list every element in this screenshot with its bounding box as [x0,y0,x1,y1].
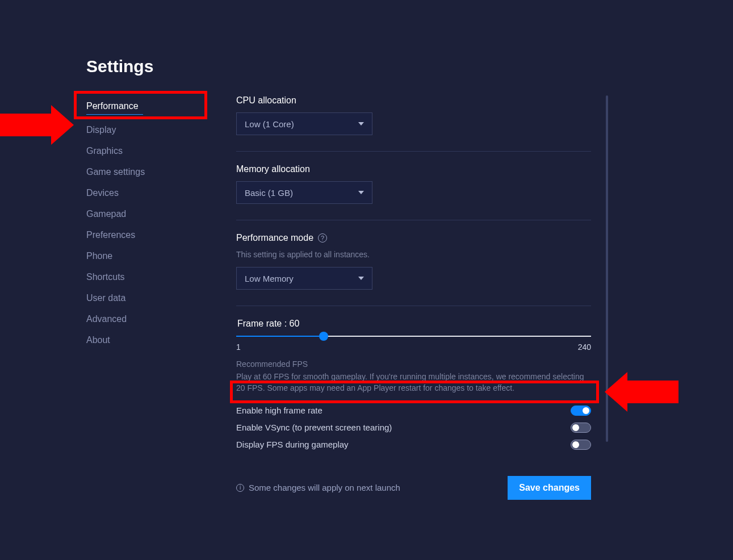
chevron-down-icon [358,191,364,194]
sidebar-item-label: Game settings [86,167,145,177]
info-icon: i [236,484,244,492]
sidebar-item-performance[interactable]: Performance [86,95,206,119]
toggle-row-vsync: Enable VSync (to prevent screen tearing) [236,419,591,436]
settings-sidebar: Performance Display Graphics Game settin… [86,95,206,350]
sidebar-item-devices[interactable]: Devices [86,182,206,203]
divider [236,306,591,306]
select-value: Low Memory [245,274,294,283]
select-value: Basic (1 GB) [245,188,293,198]
chevron-down-icon [358,277,364,280]
sidebar-item-label: Devices [86,188,119,198]
sidebar-item-label: Preferences [86,230,135,240]
sidebar-item-advanced[interactable]: Advanced [86,308,206,329]
sidebar-item-gamepad[interactable]: Gamepad [86,203,206,224]
sidebar-item-user-data[interactable]: User data [86,287,206,308]
memory-allocation-select[interactable]: Basic (1 GB) [236,181,372,204]
toggle-row-display-fps: Display FPS during gameplay [236,436,591,453]
frame-rate-slider[interactable] [236,336,591,337]
divider [236,220,591,220]
help-icon[interactable]: ? [318,233,327,243]
sidebar-item-label: User data [86,293,125,303]
cpu-allocation-label: CPU allocation [236,95,591,106]
performance-mode-sublabel: This setting is applied to all instances… [236,250,591,259]
footer-note: i Some changes will apply on next launch [236,483,400,492]
slider-max: 240 [578,342,591,352]
cpu-allocation-select[interactable]: Low (1 Core) [236,112,372,135]
recommended-fps-title: Recommended FPS [236,360,591,369]
sidebar-item-phone[interactable]: Phone [86,245,206,266]
content-scrollbar[interactable] [606,95,608,442]
recommended-fps-text: Play at 60 FPS for smooth gameplay. If y… [236,371,591,394]
frame-rate-label: Frame rate : 60 [236,319,591,329]
sidebar-item-game-settings[interactable]: Game settings [86,161,206,182]
toggle-label: Enable high frame rate [236,406,322,415]
page-title: Settings [86,57,733,76]
save-changes-button[interactable]: Save changes [508,476,591,500]
settings-content: CPU allocation Low (1 Core) Memory alloc… [236,95,591,500]
slider-thumb[interactable] [319,332,328,341]
performance-mode-label: Performance mode ? [236,233,591,243]
sidebar-item-about[interactable]: About [86,329,206,350]
performance-mode-select[interactable]: Low Memory [236,267,372,290]
vsync-toggle[interactable] [571,423,591,433]
memory-allocation-label: Memory allocation [236,164,591,174]
sidebar-item-preferences[interactable]: Preferences [86,224,206,245]
sidebar-item-label: Advanced [86,314,127,324]
sidebar-item-label: Display [86,125,116,135]
toggle-label: Enable VSync (to prevent screen tearing) [236,423,392,432]
sidebar-item-shortcuts[interactable]: Shortcuts [86,266,206,287]
sidebar-item-graphics[interactable]: Graphics [86,140,206,161]
divider [236,151,591,152]
annotation-arrow-high-frame [622,372,678,412]
sidebar-item-label: Gamepad [86,209,126,219]
display-fps-toggle[interactable] [571,440,591,450]
sidebar-item-label: About [86,335,110,345]
sidebar-item-label: Shortcuts [86,272,125,282]
sidebar-item-display[interactable]: Display [86,119,206,140]
slider-min: 1 [236,342,241,352]
annotation-arrow-performance [0,105,57,145]
toggle-label: Display FPS during gameplay [236,440,349,449]
high-frame-rate-toggle[interactable] [571,406,591,416]
sidebar-item-label: Phone [86,251,112,261]
chevron-down-icon [358,122,364,126]
toggle-row-high-frame: Enable high frame rate [236,402,591,419]
select-value: Low (1 Core) [245,119,294,129]
sidebar-item-label: Performance [86,101,139,111]
sidebar-item-label: Graphics [86,146,123,156]
